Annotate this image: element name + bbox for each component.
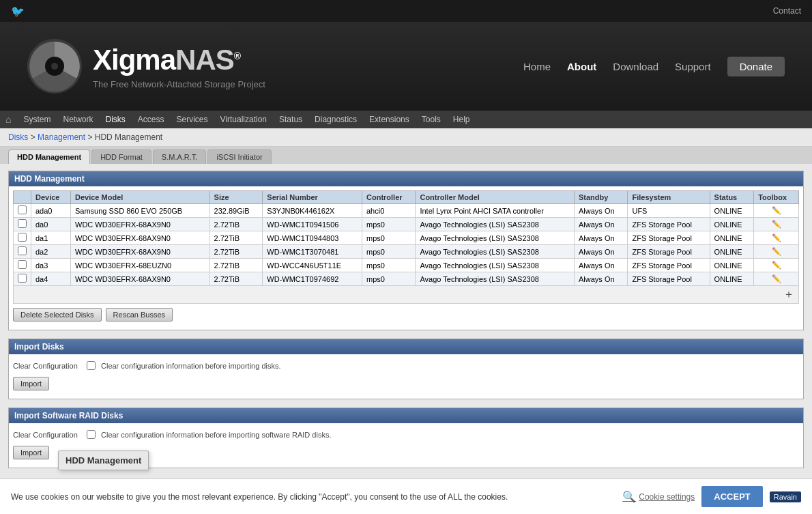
nav-home[interactable]: Home — [523, 61, 551, 72]
breadcrumb: Disks > Management > HDD Management — [0, 128, 812, 147]
row-device: da0 — [31, 218, 71, 231]
menu-system[interactable]: System — [18, 113, 56, 126]
row-checkbox[interactable] — [18, 246, 27, 255]
row-model: WDC WD30EFRX-68AX9N0 — [71, 272, 210, 286]
row-toolbox[interactable]: ✏️ — [754, 231, 799, 245]
row-checkbox-cell — [14, 231, 31, 245]
row-toolbox[interactable]: ✏️ — [754, 245, 799, 259]
row-serial: WD-WMC1T3070481 — [263, 245, 362, 259]
th-size: Size — [209, 191, 263, 204]
menu-access[interactable]: Access — [132, 113, 170, 126]
import-disks-btn-row: Import — [13, 373, 799, 395]
tab-hdd-format[interactable]: HDD Format — [91, 149, 151, 164]
row-controller: ahci0 — [362, 204, 416, 218]
row-checkbox[interactable] — [18, 274, 27, 283]
logo-text: XigmaNAS® — [93, 44, 265, 76]
nav-donate[interactable]: Donate — [727, 57, 785, 76]
breadcrumb-disks[interactable]: Disks — [8, 132, 28, 142]
nav-support[interactable]: Support — [675, 61, 711, 72]
ravain-badge: Ravain — [770, 491, 801, 502]
menu-network[interactable]: Network — [57, 113, 98, 126]
row-checkbox[interactable] — [18, 219, 27, 228]
nav-about[interactable]: About — [567, 61, 596, 72]
import-disks-btn[interactable]: Import — [13, 377, 49, 390]
logo-area: XigmaNAS® The Free Network-Attached Stor… — [27, 39, 265, 94]
header: XigmaNAS® The Free Network-Attached Stor… — [0, 22, 812, 111]
row-device: da3 — [31, 259, 71, 272]
row-filesystem: ZFS Storage Pool — [628, 231, 710, 245]
row-size: 2.72TiB — [209, 245, 263, 259]
row-serial: WD-WCC4N6U5T11E — [263, 259, 362, 272]
tab-iscsi[interactable]: iSCSI Initiator — [207, 149, 271, 164]
row-checkbox[interactable] — [18, 260, 27, 269]
row-size: 2.72TiB — [209, 218, 263, 231]
row-serial: S3YJNB0K446162X — [263, 204, 362, 218]
row-checkbox-cell — [14, 245, 31, 259]
row-checkbox-cell — [14, 259, 31, 272]
row-filesystem: ZFS Storage Pool — [628, 218, 710, 231]
menu-extensions[interactable]: Extensions — [364, 113, 415, 126]
row-ctrl-model: Avago Technologies (LSI) SAS2308 — [416, 272, 575, 286]
th-serial: Serial Number — [263, 191, 362, 204]
row-size: 2.72TiB — [209, 231, 263, 245]
main-content: HDD Management Device Device Model Size … — [0, 164, 812, 483]
cookie-bar: We use cookies on our website to give yo… — [0, 479, 812, 514]
row-filesystem: ZFS Storage Pool — [628, 259, 710, 272]
import-disks-section: Import Disks Clear Configuration Clear c… — [8, 339, 804, 399]
row-toolbox[interactable]: ✏️ — [754, 272, 799, 286]
row-ctrl-model: Avago Technologies (LSI) SAS2308 — [416, 245, 575, 259]
menu-services[interactable]: Services — [171, 113, 214, 126]
add-disk-icon[interactable]: ＋ — [783, 288, 794, 300]
menu-virtualization[interactable]: Virtualization — [215, 113, 272, 126]
menu-status[interactable]: Status — [274, 113, 308, 126]
row-model: WDC WD30EFRX-68AX9N0 — [71, 245, 210, 259]
clear-config-text: Clear configuration information before i… — [101, 362, 281, 370]
hdd-table: Device Device Model Size Serial Number C… — [13, 190, 799, 304]
table-row: da4 WDC WD30EFRX-68AX9N0 2.72TiB WD-WMC1… — [14, 272, 799, 286]
nav-download[interactable]: Download — [613, 61, 658, 72]
cookie-settings-btn[interactable]: 🔍 Cookie settings — [622, 490, 695, 503]
row-controller: mps0 — [362, 231, 416, 245]
tab-hdd-management[interactable]: HDD Management — [8, 149, 90, 164]
menu-help[interactable]: Help — [448, 113, 476, 126]
row-controller: mps0 — [362, 218, 416, 231]
row-device: da2 — [31, 245, 71, 259]
th-standby: Standby — [575, 191, 628, 204]
hdd-btn-row: Delete Selected Disks Rescan Busses — [13, 304, 799, 326]
import-raid-section: Import Software RAID Disks Clear Configu… — [8, 408, 804, 468]
search-icon: 🔍 — [622, 490, 636, 503]
top-bar: 🐦 Contact — [0, 0, 812, 22]
row-ctrl-model: Avago Technologies (LSI) SAS2308 — [416, 218, 575, 231]
clear-config-checkbox[interactable] — [87, 361, 96, 370]
tab-smart[interactable]: S.M.A.R.T. — [153, 149, 207, 164]
th-model: Device Model — [71, 191, 210, 204]
th-filesystem: Filesystem — [628, 191, 710, 204]
row-toolbox[interactable]: ✏️ — [754, 259, 799, 272]
menu-diagnostics[interactable]: Diagnostics — [309, 113, 362, 126]
import-raid-btn[interactable]: Import — [13, 446, 49, 459]
table-add-row[interactable]: ＋ — [14, 286, 799, 304]
rescan-busses-btn[interactable]: Rescan Busses — [106, 308, 173, 322]
raid-clear-config-checkbox[interactable] — [87, 430, 96, 439]
menu-disks[interactable]: Disks — [100, 113, 131, 126]
home-icon[interactable]: ⌂ — [5, 114, 11, 125]
row-status: ONLINE — [710, 259, 754, 272]
row-standby: Always On — [575, 204, 628, 218]
delete-selected-btn[interactable]: Delete Selected Disks — [13, 308, 102, 322]
th-ctrl-model: Controller Model — [416, 191, 575, 204]
row-model: Samsung SSD 860 EVO 250GB — [71, 204, 210, 218]
row-size: 2.72TiB — [209, 272, 263, 286]
logo-image — [27, 39, 82, 94]
accept-cookies-btn[interactable]: ACCEPT — [701, 486, 762, 507]
row-toolbox[interactable]: ✏️ — [754, 218, 799, 231]
contact-link[interactable]: Contact — [773, 6, 801, 16]
menu-tools[interactable]: Tools — [416, 113, 446, 126]
logo-subtitle: The Free Network-Attached Storage Projec… — [93, 79, 265, 89]
import-disks-header: Import Disks — [9, 339, 803, 354]
row-checkbox[interactable] — [18, 233, 27, 242]
row-checkbox[interactable] — [18, 205, 27, 214]
twitter-icon[interactable]: 🐦 — [11, 5, 25, 18]
row-filesystem: ZFS Storage Pool — [628, 245, 710, 259]
breadcrumb-management[interactable]: Management — [38, 132, 85, 142]
row-toolbox[interactable]: ✏️ — [754, 204, 799, 218]
